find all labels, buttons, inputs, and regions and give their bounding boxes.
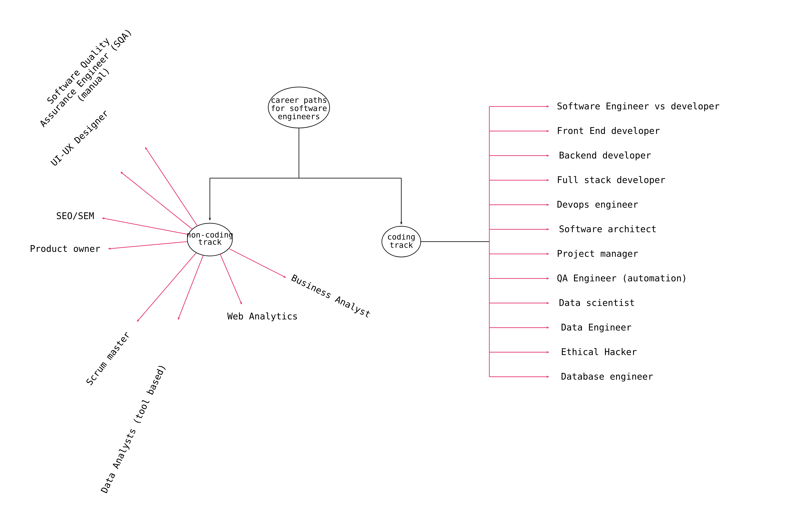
nc-webanalytics-text: Web Analytics	[227, 311, 298, 321]
coding-branch-2: Backend developer	[489, 150, 651, 161]
nc-arrow-seosem	[102, 218, 189, 235]
nc-uiux-text: UI-UX Designer	[49, 108, 110, 168]
coding-branch-3: Full stack developer	[489, 175, 665, 185]
coding-item-2: Backend developer	[559, 150, 651, 161]
coding-item-7: QA Engineer (automation)	[557, 273, 687, 283]
root-node: career paths for software engineers	[268, 87, 330, 128]
nc-productowner-text: Product owner	[30, 243, 100, 254]
coding-item-10: Ethical Hacker	[561, 347, 637, 357]
coding-item-5: Software architect	[559, 224, 657, 234]
coding-item-8: Data scientist	[559, 298, 635, 308]
coding-item-9: Data Engineer	[561, 322, 631, 332]
nc-sqa-line2: Assurance Engineer (SQA)	[37, 27, 134, 129]
nc-arrow-sqa	[145, 147, 198, 226]
nc-arrow-scrum	[137, 253, 196, 321]
coding-branch-0: Software Engineer vs developer	[489, 101, 720, 111]
coding-branch-5: Software architect	[489, 224, 657, 234]
nc-scrum-text: Scrum master	[84, 330, 132, 387]
coding-branch-6: Project manager	[489, 249, 638, 259]
nc-arrow-webanalytics	[220, 254, 242, 304]
coding-branch-1: Front End developer	[489, 125, 660, 136]
coding-label-line1: coding	[387, 232, 415, 241]
coding-item-11: Database engineer	[561, 371, 653, 382]
coding-branch-7: QA Engineer (automation)	[489, 273, 687, 283]
coding-branch-8: Data scientist	[489, 298, 635, 308]
nc-label-scrum: Scrum master	[84, 330, 132, 387]
root-fork-connector	[210, 128, 401, 223]
coding-branch-11: Database engineer	[489, 371, 653, 382]
nc-businessanalyst-text: Business Analyst	[290, 272, 372, 320]
nc-arrow-productowner	[108, 242, 187, 249]
coding-item-3: Full stack developer	[557, 175, 665, 185]
nc-dataanalysts-text: Data Analysts (tool based)	[99, 363, 168, 495]
coding-track-node: coding track	[382, 226, 421, 257]
nc-label-dataanalysts: Data Analysts (tool based)	[99, 363, 168, 495]
coding-branch-10: Ethical Hacker	[489, 347, 637, 357]
nc-arrow-businessanalyst	[229, 249, 286, 278]
nc-label-sqa: Software Quality Assurance Engineer (SQA…	[30, 19, 141, 136]
nc-arrow-uiux	[121, 172, 193, 229]
non-coding-track-node: non-coding track	[186, 223, 234, 256]
root-label-line2: for software	[271, 104, 327, 113]
nc-seosem-text: SEO/SEM	[56, 211, 94, 221]
root-label-line3: engineers	[278, 112, 320, 121]
coding-item-0: Software Engineer vs developer	[557, 101, 720, 111]
coding-branch-4: Devops engineer	[489, 199, 638, 210]
coding-branch-9: Data Engineer	[489, 322, 631, 332]
non-coding-label-line2: track	[198, 238, 222, 246]
coding-item-1: Front End developer	[557, 125, 660, 136]
coding-item-4: Devops engineer	[557, 199, 638, 210]
nc-label-uiux: UI-UX Designer	[49, 108, 110, 168]
nc-label-businessanalyst: Business Analyst	[290, 272, 372, 320]
coding-label-line2: track	[390, 241, 413, 250]
root-label-line1: career paths	[271, 95, 327, 105]
career-paths-diagram: career paths for software engineers non-…	[0, 0, 812, 525]
coding-item-6: Project manager	[557, 249, 638, 259]
nc-arrow-dataanalysts	[178, 256, 203, 319]
